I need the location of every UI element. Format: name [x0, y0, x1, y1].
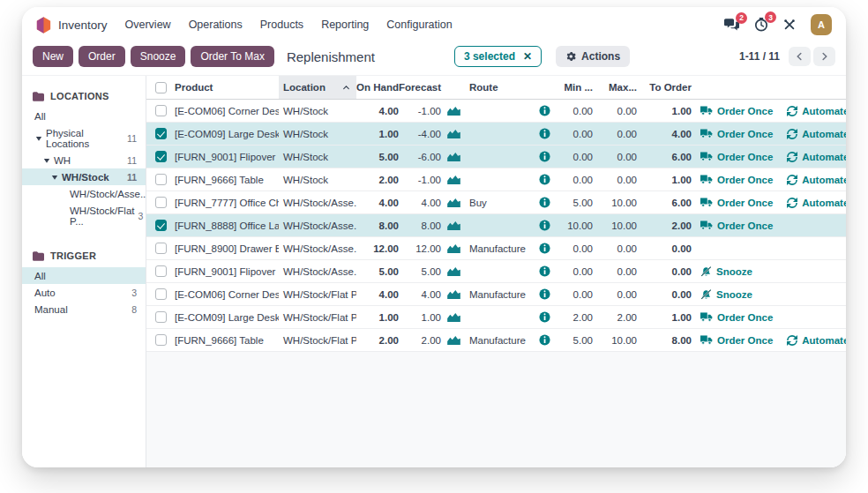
order-button[interactable]: Order: [79, 46, 125, 67]
select-all-cell[interactable]: [146, 76, 175, 99]
actions-button[interactable]: Actions: [556, 46, 630, 67]
order-button[interactable]: Order Once: [700, 106, 773, 116]
activities-icon[interactable]: 3: [754, 18, 768, 32]
table-row[interactable]: [FURN_9001] FlipoverWH/Stock/Asse...5.00…: [146, 260, 846, 283]
table-row[interactable]: [FURN_8888] Office LampWH/Stock/Asse...8…: [146, 214, 846, 237]
info-icon[interactable]: [535, 128, 554, 139]
forecast-chart-icon[interactable]: [441, 106, 466, 116]
nav-item-operations[interactable]: Operations: [189, 19, 243, 31]
forecast-chart-icon[interactable]: [441, 129, 466, 138]
sidebar-trigger-auto[interactable]: Auto3: [22, 284, 146, 301]
forecast-chart-icon[interactable]: [441, 289, 466, 299]
row-checkbox[interactable]: [155, 265, 167, 277]
caret-down-icon[interactable]: [34, 135, 42, 142]
info-icon[interactable]: [535, 288, 554, 300]
col-header-max[interactable]: Max...: [593, 76, 637, 99]
forecast-chart-icon[interactable]: [441, 266, 466, 276]
row-checkbox[interactable]: [155, 288, 167, 300]
caret-down-icon[interactable]: [50, 174, 58, 181]
row-checkbox[interactable]: [155, 334, 167, 346]
app-switcher[interactable]: Inventory: [36, 17, 108, 34]
snooze-button[interactable]: Snooze: [700, 266, 752, 277]
sidebar-location-wh-stock[interactable]: WH/Stock11: [22, 168, 146, 185]
order-button[interactable]: Order Once: [700, 129, 773, 139]
new-button[interactable]: New: [33, 46, 73, 67]
automate-button[interactable]: Automate: [787, 129, 846, 139]
sidebar-location-wh-stock-flat-p[interactable]: WH/Stock/Flat P...3: [22, 202, 146, 229]
sidebar-trigger-manual[interactable]: Manual8: [22, 301, 146, 317]
messages-icon[interactable]: 2: [724, 19, 739, 32]
table-row[interactable]: [FURN_7777] Office ChairWH/Stock/Asse...…: [146, 191, 846, 214]
tools-icon[interactable]: [783, 19, 796, 31]
order-button[interactable]: Order Once: [700, 312, 773, 323]
row-checkbox[interactable]: [155, 174, 167, 185]
col-header-product[interactable]: Product: [175, 76, 279, 99]
table-row[interactable]: [E-COM06] Corner Desk ...WH/Stock4.00-1.…: [146, 100, 846, 123]
sidebar-location-physical-locations[interactable]: Physical Locations11: [22, 124, 146, 152]
table-row[interactable]: [FURN_8900] Drawer BlackWH/Stock/Asse...…: [146, 237, 846, 260]
row-checkbox[interactable]: [155, 197, 167, 208]
pager-prev-button[interactable]: [789, 47, 811, 66]
order-button[interactable]: Order Once: [700, 175, 773, 185]
snooze-button[interactable]: Snooze: [700, 289, 752, 300]
order-button[interactable]: Order Once: [700, 198, 773, 208]
table-row[interactable]: [FURN_9666] TableWH/Stock/Flat P...2.002…: [146, 329, 846, 352]
forecast-chart-icon[interactable]: [441, 220, 466, 230]
col-header-on-hand[interactable]: On Hand: [356, 76, 399, 99]
caret-down-icon[interactable]: [42, 157, 50, 164]
order-button[interactable]: Order Once: [700, 335, 773, 346]
nav-item-configuration[interactable]: Configuration: [386, 19, 452, 31]
pager-next-button[interactable]: [813, 47, 835, 66]
table-row[interactable]: [E-COM09] Large DeskWH/Stock1.00-4.000.0…: [146, 123, 846, 146]
forecast-chart-icon[interactable]: [441, 152, 466, 161]
info-icon[interactable]: [535, 334, 554, 346]
info-icon[interactable]: [535, 243, 554, 254]
table-row[interactable]: [FURN_9666] TableWH/Stock2.00-1.000.000.…: [146, 168, 846, 191]
info-icon[interactable]: [535, 220, 554, 231]
col-header-to-order[interactable]: To Order: [637, 76, 692, 99]
automate-button[interactable]: Automate: [787, 152, 846, 162]
info-icon[interactable]: [535, 197, 554, 208]
forecast-chart-icon[interactable]: [441, 243, 466, 253]
table-row[interactable]: [E-COM06] Corner Desk ...WH/Stock/Flat P…: [146, 283, 846, 306]
nav-item-products[interactable]: Products: [260, 19, 303, 31]
col-header-location[interactable]: Location: [279, 76, 356, 99]
col-header-route[interactable]: Route: [466, 76, 535, 99]
info-icon[interactable]: [535, 311, 554, 323]
table-row[interactable]: [E-COM09] Large DeskWH/Stock/Flat P...1.…: [146, 306, 846, 329]
nav-item-overview[interactable]: Overview: [125, 19, 171, 31]
info-icon[interactable]: [535, 151, 554, 162]
sidebar-location-wh[interactable]: WH11: [22, 152, 146, 168]
table-row[interactable]: [FURN_9001] FlipoverWH/Stock5.00-6.000.0…: [146, 146, 846, 168]
info-icon[interactable]: [535, 174, 554, 185]
forecast-chart-icon[interactable]: [441, 312, 466, 322]
row-checkbox[interactable]: [155, 243, 167, 254]
clear-selection-icon[interactable]: ✕: [523, 51, 532, 62]
automate-button[interactable]: Automate: [787, 335, 846, 346]
nav-item-reporting[interactable]: Reporting: [321, 19, 369, 31]
automate-button[interactable]: Automate: [787, 106, 846, 116]
col-header-forecast[interactable]: Forecast: [399, 76, 441, 99]
row-checkbox[interactable]: [155, 220, 167, 231]
info-icon[interactable]: [535, 265, 554, 277]
automate-button[interactable]: Automate: [787, 175, 846, 185]
sidebar-location-all[interactable]: All: [22, 108, 146, 124]
row-checkbox[interactable]: [155, 151, 167, 162]
forecast-chart-icon[interactable]: [441, 335, 466, 345]
order-to-max-button[interactable]: Order To Max: [191, 46, 273, 67]
forecast-chart-icon[interactable]: [441, 175, 466, 184]
forecast-chart-icon[interactable]: [441, 198, 466, 207]
info-icon[interactable]: [535, 105, 554, 116]
order-button[interactable]: Order Once: [700, 152, 773, 162]
sidebar-trigger-all[interactable]: All: [22, 267, 146, 284]
order-button[interactable]: Order Once: [700, 220, 773, 231]
col-header-min[interactable]: Min ...: [554, 76, 593, 99]
automate-button[interactable]: Automate: [787, 198, 846, 208]
row-checkbox[interactable]: [155, 311, 167, 323]
row-checkbox[interactable]: [155, 105, 167, 116]
select-all-checkbox[interactable]: [155, 82, 167, 93]
row-checkbox[interactable]: [155, 128, 167, 139]
sidebar-location-wh-stock-asse[interactable]: WH/Stock/Asse...4: [22, 185, 146, 202]
snooze-button[interactable]: Snooze: [131, 46, 186, 67]
user-avatar[interactable]: A: [811, 14, 832, 35]
